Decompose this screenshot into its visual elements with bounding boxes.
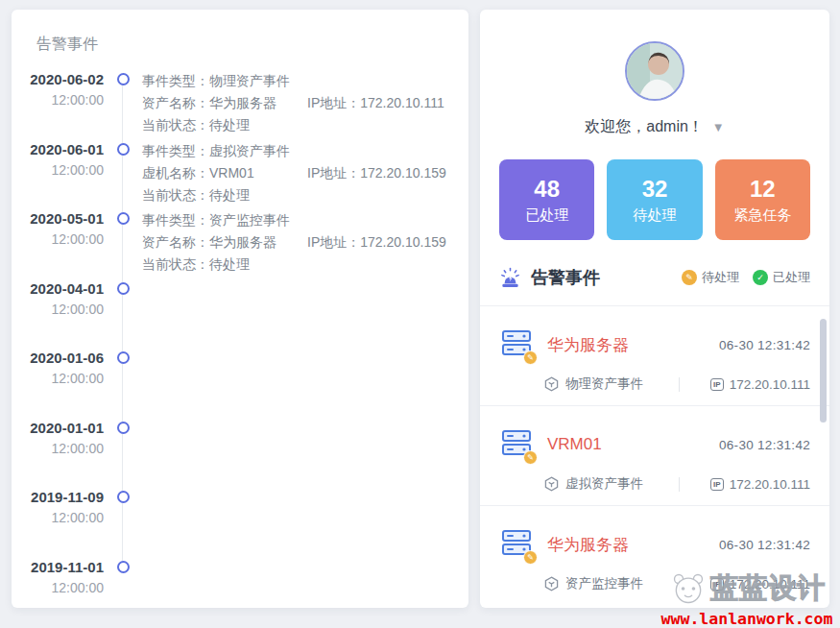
profile-block: 欢迎您，admin！ ▼ <box>480 10 829 137</box>
timeline-node-icon <box>117 143 130 156</box>
alarm-timeline: 2020-06-02 12:00:00 事件类型：物理资产事件 资产名称：华为服… <box>12 70 468 608</box>
timeline-date: 2020-06-01 12:00:00 <box>24 140 104 181</box>
timeline-entry[interactable]: 2020-06-02 12:00:00 事件类型：物理资产事件 资产名称：华为服… <box>12 70 468 140</box>
alarm-section-header: 告警事件 ✎ 待处理 ✓ 已处理 <box>499 266 810 289</box>
timeline-node-icon <box>117 491 130 503</box>
alarm-datetime: 06-30 12:31:42 <box>719 338 810 352</box>
legend-pending-label: 待处理 <box>702 269 739 286</box>
timeline-entry[interactable]: 2019-11-09 12:00:00 <box>12 488 468 558</box>
alarm-type: 资产监控事件 <box>544 575 671 592</box>
alarm-list-item[interactable]: ✎ VRM01 06-30 12:31:42 虚拟资产事件 <box>480 406 829 506</box>
timeline-entry[interactable]: 2020-01-01 12:00:00 <box>12 419 468 489</box>
alarm-list-item[interactable]: ✎ 华为服务器 06-30 12:31:42 物理资产事件 <box>480 306 829 406</box>
ip-icon: IP <box>710 478 724 491</box>
alarm-ip: IP 172.20.10.111 <box>710 477 810 492</box>
stat-card-processed[interactable]: 48 已处理 <box>499 159 594 240</box>
alarm-timeline-panel: 告警事件 2020-06-02 12:00:00 事件类型：物理资产事件 资产名… <box>12 10 468 608</box>
alarm-ip: IP 172.20.10.111 <box>710 377 810 392</box>
timeline-event-details: 事件类型：虚拟资产事件 虚机名称：VRM01IP地址：172.20.10.159… <box>142 140 468 206</box>
timeline-node-icon <box>117 561 130 573</box>
alarm-datetime: 06-30 12:31:42 <box>719 538 810 552</box>
server-icon: ✎ <box>499 426 536 463</box>
alarm-asset-name[interactable]: 华为服务器 <box>547 534 719 556</box>
stat-label: 已处理 <box>499 206 594 225</box>
welcome-text: 欢迎您，admin！ <box>585 117 704 137</box>
watermark-url[interactable]: www.lanlanwork.com <box>656 610 838 628</box>
asset-category-icon <box>544 376 559 392</box>
timeline-entry[interactable]: 2020-01-06 12:00:00 <box>12 349 468 419</box>
server-icon: ✎ <box>499 526 536 563</box>
timeline-node-icon <box>117 422 130 434</box>
alarm-asset-name[interactable]: 华为服务器 <box>547 334 719 356</box>
timeline-date: 2020-04-01 12:00:00 <box>24 279 104 320</box>
stat-cards: 48 已处理 32 待处理 12 紧急任务 <box>499 159 810 240</box>
timeline-node-icon <box>117 73 130 85</box>
asset-category-icon <box>544 476 559 492</box>
stat-value: 32 <box>607 176 702 203</box>
timeline-entry[interactable]: 2020-05-01 12:00:00 事件类型：资产监控事件 资产名称：华为服… <box>12 209 468 279</box>
user-summary-panel: 欢迎您，admin！ ▼ 48 已处理 32 待处理 12 紧急任务 <box>480 10 829 608</box>
timeline-panel-title: 告警事件 <box>12 10 468 55</box>
stat-value: 48 <box>499 176 594 203</box>
timeline-date: 2020-06-02 12:00:00 <box>24 70 104 110</box>
timeline-date: 2020-05-01 12:00:00 <box>24 209 104 250</box>
timeline-node-icon <box>117 351 130 364</box>
divider <box>679 377 680 392</box>
ip-icon: IP <box>710 378 724 391</box>
alarm-list: ✎ 华为服务器 06-30 12:31:42 物理资产事件 <box>480 306 829 606</box>
scrollbar-thumb[interactable] <box>820 319 827 423</box>
stat-card-urgent[interactable]: 12 紧急任务 <box>715 159 810 240</box>
watermark: 蓝蓝设计 www.lanlanwork.com <box>656 569 838 628</box>
stat-label: 待处理 <box>607 206 702 225</box>
server-icon: ✎ <box>499 326 536 363</box>
chevron-down-icon[interactable]: ▼ <box>712 120 725 134</box>
legend-done[interactable]: ✓ 已处理 <box>753 269 810 286</box>
user-avatar[interactable] <box>625 41 684 101</box>
watermark-logo-icon <box>668 570 708 607</box>
alarm-type: 物理资产事件 <box>544 375 671 393</box>
pending-badge-icon: ✎ <box>523 350 538 365</box>
timeline-date: 2019-11-01 12:00:00 <box>24 558 104 598</box>
timeline-event-details: 事件类型：物理资产事件 资产名称：华为服务器IP地址：172.20.10.111… <box>142 70 468 136</box>
timeline-date: 2020-01-06 12:00:00 <box>24 349 104 389</box>
pending-badge-icon: ✎ <box>523 450 538 465</box>
timeline-date: 2020-01-01 12:00:00 <box>24 419 104 459</box>
timeline-node-icon <box>117 282 130 295</box>
stat-value: 12 <box>715 176 810 203</box>
legend-pending[interactable]: ✎ 待处理 <box>682 269 739 286</box>
divider <box>679 477 680 492</box>
stat-label: 紧急任务 <box>715 206 810 225</box>
timeline-entry[interactable]: 2020-04-01 12:00:00 <box>12 279 468 350</box>
status-legend: ✎ 待处理 ✓ 已处理 <box>682 269 810 286</box>
timeline-entry[interactable]: 2020-06-01 12:00:00 事件类型：虚拟资产事件 虚机名称：VRM… <box>12 140 468 210</box>
alarm-datetime: 06-30 12:31:42 <box>719 438 810 452</box>
pending-badge-icon: ✎ <box>523 550 538 565</box>
alarm-type: 虚拟资产事件 <box>544 475 671 493</box>
stat-card-pending[interactable]: 32 待处理 <box>607 159 702 240</box>
timeline-entry[interactable]: 2019-11-01 12:00:00 <box>12 558 468 609</box>
watermark-brand: 蓝蓝设计 <box>710 569 826 608</box>
timeline-event-details: 事件类型：资产监控事件 资产名称：华为服务器IP地址：172.20.10.159… <box>142 209 468 276</box>
timeline-date: 2019-11-09 12:00:00 <box>24 488 104 528</box>
asset-category-icon <box>544 576 559 592</box>
timeline-node-icon <box>117 212 130 225</box>
alarm-section-title: 告警事件 <box>531 266 600 289</box>
siren-icon <box>499 267 521 289</box>
legend-done-label: 已处理 <box>773 269 810 286</box>
alarm-asset-name[interactable]: VRM01 <box>547 435 719 454</box>
pending-status-icon: ✎ <box>682 270 697 285</box>
done-status-icon: ✓ <box>753 270 768 285</box>
avatar-photo-placeholder <box>627 43 683 99</box>
